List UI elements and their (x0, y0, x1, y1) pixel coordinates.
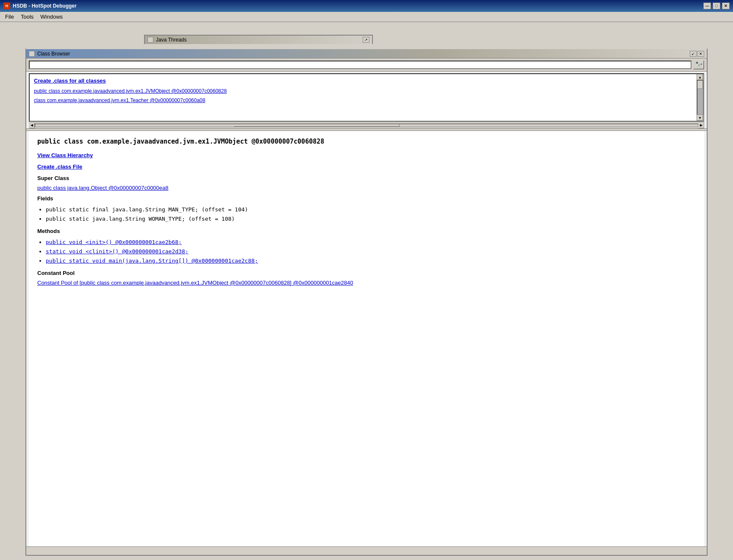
java-threads-restore-button[interactable]: ↗ (363, 37, 369, 43)
fields-label: Fields (37, 195, 696, 202)
java-threads-title: Java Threads (156, 37, 187, 43)
maximize-button[interactable]: □ (713, 3, 720, 9)
method-link-2[interactable]: public static void main(java.lang.String… (46, 258, 258, 264)
super-class-link[interactable]: public class java.lang.Object @0x0000000… (37, 185, 696, 191)
list-scrollbar-h: ◀ ▶ (29, 122, 704, 128)
method-item-1[interactable]: static void <clinit>() @0x000000001cae2d… (46, 247, 696, 256)
field-item-1: public static java.lang.String WOMAN_TYP… (46, 214, 696, 224)
search-input[interactable] (29, 61, 691, 69)
menu-file[interactable]: File (2, 13, 17, 21)
constant-pool-label: Constant Pool (37, 270, 696, 276)
class-browser-titlebar: Class Browser ↙ ✕ (26, 49, 707, 58)
close-button[interactable]: ✕ (722, 3, 730, 9)
title-bar-controls: — □ ✕ (703, 3, 730, 9)
class-list-item-1[interactable]: class com.example.javaadvanced.jvm.ex1.T… (34, 96, 692, 105)
minimize-button[interactable]: — (703, 3, 711, 9)
method-link-1[interactable]: static void <clinit>() @0x000000001cae2d… (46, 248, 189, 255)
java-threads-titlebar: Java Threads ↗ (144, 35, 373, 44)
list-scrollbar-v: ▲ ▼ (697, 74, 703, 121)
app-title: HSDB - HotSpot Debugger (13, 3, 77, 9)
method-item-0[interactable]: public void <init>() @0x000000001cae2b68… (46, 238, 696, 247)
list-hscroll-right-button[interactable]: ▶ (698, 122, 704, 128)
class-browser-close-button[interactable]: ✕ (697, 51, 704, 57)
list-hscroll-left-button[interactable]: ◀ (29, 122, 35, 128)
main-area: Java Threads ↗ Class Browser ↙ ✕ 🔭 Creat… (0, 22, 733, 560)
class-browser-title: Class Browser (37, 51, 70, 57)
list-scroll-track (697, 80, 703, 115)
methods-label: Methods (37, 228, 696, 234)
constant-pool-link[interactable]: Constant Pool of [public class com.examp… (37, 280, 353, 286)
class-browser-controls: ↙ ✕ (690, 51, 704, 57)
method-link-0[interactable]: public void <init>() @0x000000001cae2b68… (46, 239, 182, 245)
title-bar: H HSDB - HotSpot Debugger — □ ✕ (0, 0, 733, 12)
view-class-hierarchy-link[interactable]: View Class Hierarchy (37, 152, 696, 158)
list-scroll-thumb[interactable] (697, 80, 703, 89)
class-browser-minimize-button[interactable]: ↙ (690, 51, 697, 57)
search-bar: 🔭 (26, 58, 707, 72)
list-hscroll-thumb[interactable] (234, 124, 400, 127)
list-hscroll-track (35, 124, 698, 127)
list-scroll-down-button[interactable]: ▼ (697, 115, 703, 121)
menu-bar: File Tools Windows (0, 12, 733, 22)
detail-class-title: public class com.example.javaadvanced.jv… (37, 138, 696, 145)
bottom-bar (26, 546, 707, 555)
field-item-0: public static final java.lang.String MAN… (46, 205, 696, 214)
title-bar-left: H HSDB - HotSpot Debugger (3, 3, 77, 9)
create-class-file-link[interactable]: Create .class File (37, 164, 696, 170)
detail-area: public class com.example.javaadvanced.jv… (29, 131, 704, 548)
list-scroll-up-button[interactable]: ▲ (697, 74, 703, 80)
search-button[interactable]: 🔭 (693, 60, 704, 69)
class-browser-icon (29, 51, 35, 57)
super-class-label: Super Class (37, 175, 696, 181)
methods-list: public void <init>() @0x000000001cae2b68… (46, 238, 696, 266)
class-browser-window: Class Browser ↙ ✕ 🔭 Create .class for al… (25, 48, 708, 556)
method-item-2[interactable]: public static void main(java.lang.String… (46, 256, 696, 266)
app-icon: H (3, 3, 10, 9)
class-list-item-0[interactable]: public class com.example.javaadvanced.jv… (34, 86, 692, 96)
create-all-classes-link[interactable]: Create .class for all classes (34, 78, 692, 84)
menu-tools[interactable]: Tools (17, 13, 37, 21)
java-threads-icon (147, 37, 153, 43)
menu-windows[interactable]: Windows (37, 13, 66, 21)
fields-list: public static final java.lang.String MAN… (46, 205, 696, 224)
